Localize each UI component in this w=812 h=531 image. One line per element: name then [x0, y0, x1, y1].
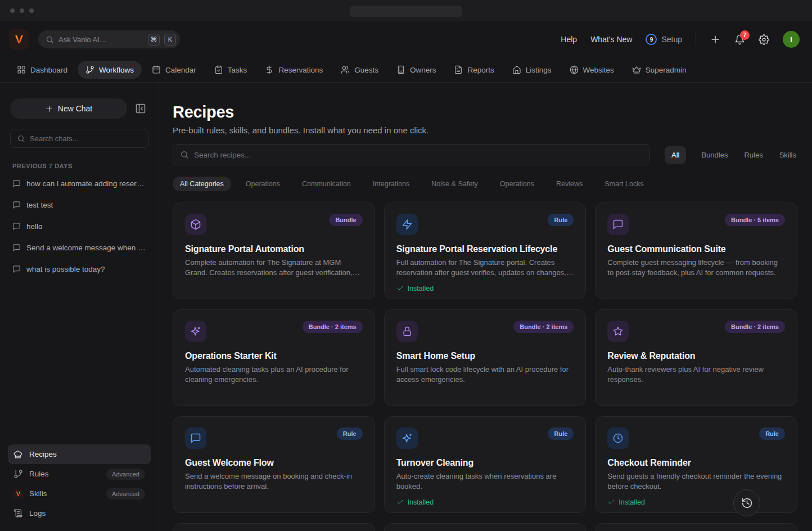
notifications-button[interactable]: 7: [734, 34, 745, 45]
window-controls: [10, 8, 34, 13]
card-title: Turnover Cleaning: [396, 458, 574, 468]
message-square-icon: [607, 214, 629, 235]
tab-reservations[interactable]: Reservations: [257, 61, 331, 79]
card-description: Complete automation for The Signature at…: [185, 258, 363, 278]
chat-item-title: what is possible today?: [26, 265, 105, 273]
type-badge: Bundle · 2 items: [303, 321, 363, 333]
recipe-card-signature-portal-automation[interactable]: BundleSignature Portal AutomationComplet…: [173, 202, 375, 299]
layout-grid-icon: [17, 65, 26, 74]
setup-button[interactable]: 9 Setup: [646, 34, 682, 45]
help-link[interactable]: Help: [561, 35, 577, 44]
history-button[interactable]: [733, 489, 760, 516]
recipe-card-operations-starter-kit[interactable]: Bundle · 2 itemsOperations Starter KitAu…: [173, 309, 375, 406]
category-operations[interactable]: Operations: [238, 177, 287, 191]
tab-owners[interactable]: Owners: [389, 61, 444, 79]
tab-listings[interactable]: Listings: [504, 61, 560, 79]
type-badge: Rule: [759, 428, 785, 440]
tab-tasks[interactable]: Tasks: [206, 61, 255, 79]
recipe-card-guest-communication-suite[interactable]: Bundle · 5 itemsGuest Communication Suit…: [595, 202, 797, 299]
tab-guests[interactable]: Guests: [333, 61, 386, 79]
message-square-icon: [12, 265, 21, 273]
app-window: V Ask Vanio AI… ⌘ K Help What's New 9 Se…: [0, 0, 812, 531]
recipe-card-turnover-cleaning[interactable]: RuleTurnover CleaningAuto-create cleanin…: [384, 416, 587, 513]
recipe-card-partial: [595, 523, 797, 531]
dollar-sign-icon: [265, 65, 274, 74]
filter-rules[interactable]: Rules: [743, 146, 764, 164]
star-icon: [607, 321, 629, 342]
recipe-card-checkout-reminder[interactable]: RuleCheckout ReminderSend guests a frien…: [595, 416, 797, 513]
tab-workflows[interactable]: Workflows: [78, 61, 142, 79]
ask-ai-search[interactable]: Ask Vanio AI… ⌘ K: [38, 30, 180, 48]
category-all-categories[interactable]: All Categories: [173, 177, 231, 191]
chat-item[interactable]: hello: [8, 215, 151, 237]
tab-calendar[interactable]: Calendar: [144, 61, 204, 79]
tab-websites[interactable]: Websites: [562, 61, 622, 79]
tab-label: Listings: [526, 66, 552, 74]
sidebar-item-label: Skills: [29, 489, 47, 498]
sidebar-item-recipes[interactable]: Recipes: [8, 444, 151, 464]
category-smart-locks[interactable]: Smart Locks: [597, 177, 651, 191]
tab-superadmin[interactable]: Superadmin: [624, 61, 694, 79]
recipe-card-guest-welcome-flow[interactable]: RuleGuest Welcome FlowSend a welcome mes…: [173, 416, 375, 513]
chat-item[interactable]: what is possible today?: [8, 258, 151, 280]
k-key: K: [164, 34, 176, 46]
user-avatar[interactable]: I: [783, 31, 800, 48]
home-icon: [512, 65, 521, 74]
lock-icon: [396, 321, 418, 342]
chat-item[interactable]: how can i automate adding reserv…: [8, 173, 151, 194]
type-filter-group: AllBundlesRulesSkills: [665, 146, 797, 164]
chat-search-field[interactable]: [10, 129, 148, 148]
chat-search-input[interactable]: [30, 134, 142, 143]
card-description: Automated cleaning tasks plus an AI proc…: [185, 364, 363, 385]
type-badge: Rule: [548, 428, 574, 440]
tab-label: Superadmin: [646, 66, 687, 74]
tab-reports[interactable]: Reports: [446, 61, 502, 79]
tab-label: Calendar: [165, 66, 196, 74]
header-divider: [696, 33, 696, 46]
new-chat-button[interactable]: New Chat: [10, 98, 127, 119]
category-reviews[interactable]: Reviews: [549, 177, 590, 191]
category-communication[interactable]: Communication: [295, 177, 358, 191]
sidebar-item-label: Logs: [29, 509, 46, 518]
card-title: Checkout Reminder: [607, 458, 785, 468]
recipe-card-smart-home-setup[interactable]: Bundle · 2 itemsSmart Home SetupFull sma…: [384, 309, 587, 406]
tab-label: Websites: [583, 66, 614, 74]
installed-label: Installed: [408, 498, 434, 506]
filter-skills[interactable]: Skills: [778, 146, 797, 164]
collapse-sidebar-button[interactable]: [133, 101, 148, 116]
chat-item[interactable]: test test: [8, 194, 151, 215]
calendar-icon: [152, 65, 161, 74]
type-badge: Rule: [337, 428, 363, 440]
browser-address-bar[interactable]: [350, 6, 462, 17]
sidebar-item-logs[interactable]: Logs: [8, 503, 151, 523]
recipe-card-signature-portal-reservation-lifecycle[interactable]: RuleSignature Portal Reservation Lifecyc…: [384, 202, 587, 299]
sidebar-item-skills[interactable]: VSkillsAdvanced: [8, 484, 151, 503]
add-button[interactable]: [710, 34, 721, 45]
whats-new-link[interactable]: What's New: [590, 35, 632, 44]
chat-item-title: test test: [26, 201, 53, 209]
card-description: Full smart lock code lifecycle with an A…: [396, 364, 574, 385]
window-zoom-button[interactable]: [29, 8, 34, 13]
type-badge: Bundle · 2 items: [513, 321, 574, 333]
filter-bundles[interactable]: Bundles: [700, 146, 729, 164]
git-branch-icon: [85, 65, 94, 74]
tab-dashboard[interactable]: Dashboard: [9, 61, 75, 79]
category-operations-2[interactable]: Operations: [493, 177, 542, 191]
sidebar-item-rules[interactable]: RulesAdvanced: [8, 464, 151, 484]
vanio-logo[interactable]: V: [9, 29, 29, 50]
building-icon: [396, 65, 405, 74]
category-integrations[interactable]: Integrations: [366, 177, 417, 191]
window-minimize-button[interactable]: [20, 8, 24, 13]
chat-item[interactable]: Send a welcome message when a…: [8, 237, 151, 258]
window-close-button[interactable]: [10, 8, 15, 13]
tab-label: Guests: [354, 66, 378, 74]
category-noise-safety[interactable]: Noise & Safety: [424, 177, 485, 191]
card-description: Auto-thank reviewers plus AI for negativ…: [607, 364, 785, 385]
filter-all[interactable]: All: [665, 146, 686, 164]
recipe-search-input[interactable]: [194, 151, 643, 159]
recipe-card-review-reputation[interactable]: Bundle · 2 itemsReview & ReputationAuto-…: [595, 309, 797, 406]
recipe-search-field[interactable]: [173, 144, 650, 165]
notification-count-badge: 7: [740, 30, 750, 40]
gear-icon[interactable]: [759, 34, 769, 45]
crown-icon: [632, 65, 641, 74]
